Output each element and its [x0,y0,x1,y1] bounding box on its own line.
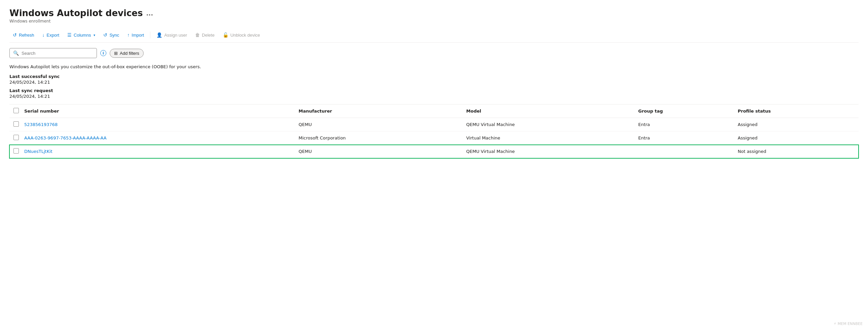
refresh-button[interactable]: ↺ Refresh [9,30,38,40]
delete-button[interactable]: 🗑 Delete [192,30,218,40]
import-button[interactable]: ↑ Import [124,30,147,40]
row-checkbox-cell[interactable] [9,118,20,131]
add-filters-button[interactable]: ⊞ Add filters [110,49,144,58]
devices-table: Serial number Manufacturer Model Group t… [9,104,859,158]
refresh-icon: ↺ [13,32,17,38]
model-cell: QEMU Virtual Machine [462,118,634,131]
chevron-down-icon: ▾ [94,33,95,37]
profile-status-cell: Assigned [734,118,859,131]
info-icon[interactable]: i [100,50,106,56]
model-cell: Virtual Machine [462,131,634,145]
row-checkbox-cell[interactable] [9,145,20,158]
serial-number-link[interactable]: AAA-0263-9697-7653-AAAA-AAAA-AA [24,135,107,140]
sync-button[interactable]: ↺ Sync [100,30,122,40]
assign-user-button[interactable]: 👤 Assign user [153,30,190,40]
manufacturer-header: Manufacturer [295,104,462,118]
search-box[interactable]: 🔍 [9,48,97,58]
page-title: Windows Autopilot devices ... [9,8,859,18]
manufacturer-cell: QEMU [295,118,462,131]
search-input[interactable] [22,51,93,56]
refresh-label: Refresh [19,33,34,38]
toolbar: ↺ Refresh ↓ Export ☰ Columns ▾ ↺ Sync ↑ … [9,30,859,43]
more-options-icon[interactable]: ... [146,10,153,17]
table-row: DNuesTLjtKitQEMUQEMU Virtual MachineNot … [9,145,859,158]
last-sync-request-value: 24/05/2024, 14:21 [9,94,859,99]
row-checkbox-cell[interactable] [9,131,20,145]
sync-info: Last successful sync 24/05/2024, 14:21 L… [9,74,859,99]
select-all-header[interactable] [9,104,20,118]
search-icon: 🔍 [13,51,19,56]
model-cell: QEMU Virtual Machine [462,145,634,158]
table-row: 523856193768QEMUQEMU Virtual MachineEntr… [9,118,859,131]
serial-number-header: Serial number [20,104,295,118]
unblock-device-label: Unblock device [230,33,260,38]
export-label: Export [47,33,60,38]
group-tag-cell: Entra [634,131,734,145]
columns-icon: ☰ [67,32,72,38]
model-header: Model [462,104,634,118]
unblock-device-icon: 🔓 [223,32,228,38]
search-filter-row: 🔍 i ⊞ Add filters [9,48,859,58]
row-checkbox[interactable] [13,121,19,127]
serial-number-cell[interactable]: AAA-0263-9697-7653-AAAA-AAAA-AA [20,131,295,145]
assign-user-icon: 👤 [156,32,162,38]
row-checkbox[interactable] [13,135,19,140]
page-subtitle: Windows enrollment [9,19,859,24]
import-label: Import [131,33,144,38]
table-header: Serial number Manufacturer Model Group t… [9,104,859,118]
toolbar-separator [150,32,150,38]
group-tag-cell [634,145,734,158]
filter-icon: ⊞ [114,51,118,56]
serial-number-cell[interactable]: 523856193768 [20,118,295,131]
table-container: Serial number Manufacturer Model Group t… [9,104,859,158]
serial-number-cell[interactable]: DNuesTLjtKit [20,145,295,158]
page-title-text: Windows Autopilot devices [9,8,143,18]
description-text: Windows Autopilot lets you customize the… [9,64,859,69]
group-tag-header: Group tag [634,104,734,118]
table-body: 523856193768QEMUQEMU Virtual MachineEntr… [9,118,859,158]
columns-button[interactable]: ☰ Columns ▾ [64,30,99,40]
profile-status-header: Profile status [734,104,859,118]
unblock-device-button[interactable]: 🔓 Unblock device [219,30,264,40]
export-button[interactable]: ↓ Export [39,30,63,40]
delete-icon: 🗑 [195,32,200,38]
columns-label: Columns [74,33,91,38]
manufacturer-cell: QEMU [295,145,462,158]
last-successful-sync-label: Last successful sync [9,74,859,79]
profile-status-cell: Not assigned [734,145,859,158]
delete-label: Delete [202,33,215,38]
export-icon: ↓ [42,32,45,38]
sync-icon: ↺ [103,32,107,38]
page-header: Windows Autopilot devices ... Windows en… [9,8,859,24]
last-sync-request-label: Last sync request [9,88,859,93]
manufacturer-cell: Microsoft Corporation [295,131,462,145]
serial-number-link[interactable]: 523856193768 [24,122,58,127]
group-tag-cell: Entra [634,118,734,131]
row-checkbox[interactable] [13,148,19,154]
add-filters-label: Add filters [120,51,139,56]
assign-user-label: Assign user [164,33,187,38]
serial-number-link[interactable]: DNuesTLjtKit [24,149,53,154]
table-row: AAA-0263-9697-7653-AAAA-AAAA-AAMicrosoft… [9,131,859,145]
last-successful-sync-value: 24/05/2024, 14:21 [9,80,859,85]
select-all-checkbox[interactable] [13,108,19,113]
profile-status-cell: Assigned [734,131,859,145]
import-icon: ↑ [127,32,129,38]
sync-label: Sync [109,33,119,38]
